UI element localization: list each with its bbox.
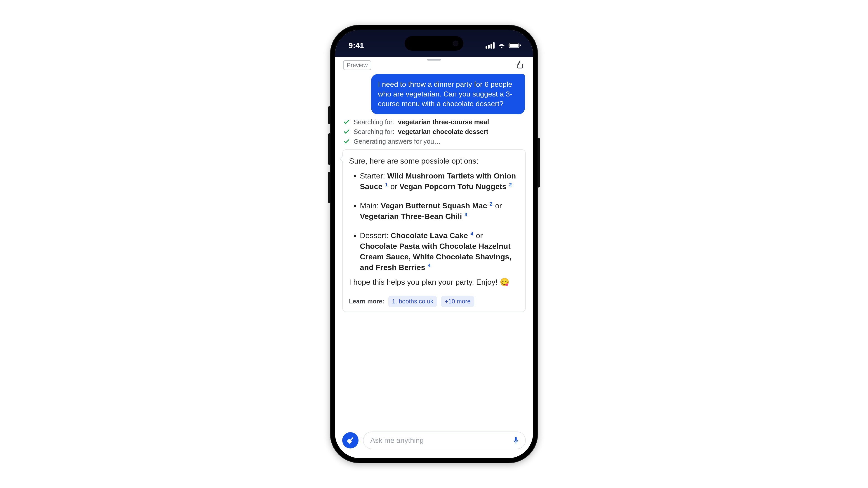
- share-button[interactable]: [515, 60, 525, 70]
- step-row: Searching for: vegetarian chocolate dess…: [343, 128, 525, 135]
- source-chip[interactable]: 1. booths.co.uk: [388, 296, 437, 307]
- more-sources-chip[interactable]: +10 more: [441, 296, 474, 307]
- check-icon: [343, 119, 350, 125]
- search-steps: Searching for: vegetarian three-course m…: [335, 119, 533, 145]
- option-2: Chocolate Pasta with Chocolate Hazelnut …: [360, 242, 512, 271]
- svg-rect-3: [515, 437, 517, 441]
- step-term: vegetarian three-course meal: [398, 119, 489, 126]
- drag-handle[interactable]: [427, 59, 441, 61]
- phone-side-button: [328, 106, 331, 124]
- input-bar: [335, 428, 533, 458]
- phone-side-button: [537, 138, 540, 188]
- option-2: Vegetarian Three-Bean Chili: [360, 212, 462, 221]
- citation-link[interactable]: 2: [508, 182, 512, 188]
- ask-input-container[interactable]: [363, 431, 526, 449]
- user-message-bubble: I need to throw a dinner party for 6 peo…: [371, 74, 525, 114]
- user-message-row: I need to throw a dinner party for 6 peo…: [335, 74, 533, 114]
- broom-icon: [346, 436, 355, 445]
- phone-side-button: [328, 172, 331, 203]
- learn-more-row: Learn more: 1. booths.co.uk +10 more: [349, 292, 519, 307]
- step-prefix: Generating answers for you…: [353, 138, 440, 145]
- answer-intro: Sure, here are some possible options:: [349, 156, 519, 166]
- step-row: Searching for: vegetarian three-course m…: [343, 119, 525, 126]
- battery-icon: [508, 42, 521, 48]
- cellular-icon: [486, 42, 495, 48]
- course-label: Main:: [360, 201, 379, 210]
- status-time: 9:41: [348, 41, 364, 50]
- conj: or: [391, 182, 397, 191]
- conj: or: [495, 201, 502, 210]
- step-row: Generating answers for you…: [343, 138, 525, 145]
- learn-more-label: Learn more:: [349, 297, 384, 306]
- share-icon: [515, 61, 524, 70]
- option-1: Vegan Butternut Squash Mac: [381, 201, 487, 210]
- answer-closing: I hope this helps you plan your party. E…: [349, 277, 519, 287]
- citation-link[interactable]: 3: [464, 212, 468, 217]
- check-icon: [343, 138, 350, 145]
- citation-link[interactable]: 1: [385, 182, 388, 188]
- phone-side-button: [328, 133, 331, 165]
- preview-badge: Preview: [343, 60, 371, 70]
- answer-item-starter: Starter: Wild Mushroom Tartlets with Oni…: [360, 170, 519, 192]
- course-label: Starter:: [360, 171, 385, 180]
- chat-area: I need to throw a dinner party for 6 peo…: [335, 72, 533, 428]
- mic-icon: [513, 436, 519, 444]
- status-indicators: [486, 42, 521, 48]
- citation-link[interactable]: 4: [470, 231, 474, 236]
- option-2: Vegan Popcorn Tofu Nuggets: [399, 182, 506, 191]
- phone-frame: 9:41 Preview: [330, 25, 538, 463]
- step-prefix: Searching for:: [353, 119, 395, 126]
- bubble-tail: [340, 156, 346, 162]
- new-topic-button[interactable]: [342, 432, 359, 449]
- assistant-answer: Sure, here are some possible options: St…: [342, 149, 526, 312]
- wifi-icon: [498, 42, 505, 48]
- answer-item-dessert: Dessert: Chocolate Lava Cake 4 or Chocol…: [360, 230, 519, 273]
- option-1: Chocolate Lava Cake: [391, 231, 468, 240]
- citation-link[interactable]: 4: [428, 263, 431, 268]
- step-prefix: Searching for:: [353, 128, 395, 135]
- svg-rect-2: [520, 44, 521, 46]
- conj: or: [476, 231, 483, 240]
- svg-rect-1: [509, 44, 519, 47]
- screen: 9:41 Preview: [335, 30, 533, 458]
- answer-list: Starter: Wild Mushroom Tartlets with Oni…: [349, 170, 519, 272]
- check-icon: [343, 128, 350, 135]
- ask-input[interactable]: [370, 436, 511, 445]
- course-label: Dessert:: [360, 231, 389, 240]
- step-term: vegetarian chocolate dessert: [398, 128, 489, 135]
- answer-item-main: Main: Vegan Butternut Squash Mac 2 or Ve…: [360, 200, 519, 222]
- citation-link[interactable]: 2: [489, 201, 493, 207]
- dynamic-island: [405, 36, 463, 51]
- mic-button[interactable]: [511, 436, 520, 445]
